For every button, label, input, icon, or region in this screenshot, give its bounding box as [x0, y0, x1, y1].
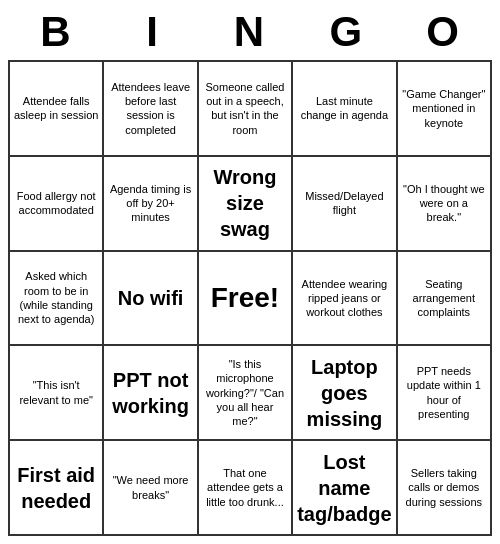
bingo-cell-20: First aid needed [10, 441, 104, 536]
bingo-cell-0: Attendee falls asleep in session [10, 62, 104, 157]
title-b: B [8, 8, 105, 56]
bingo-cell-7: Wrong size swag [199, 157, 293, 252]
bingo-cell-6: Agenda timing is off by 20+ minutes [104, 157, 198, 252]
bingo-cell-24: Sellers taking calls or demos during ses… [398, 441, 492, 536]
title-n: N [202, 8, 299, 56]
bingo-cell-19: PPT needs update within 1 hour of presen… [398, 346, 492, 441]
bingo-cell-1: Attendees leave before last session is c… [104, 62, 198, 157]
bingo-cell-2: Someone called out in a speech, but isn'… [199, 62, 293, 157]
bingo-cell-10: Asked which room to be in (while standin… [10, 252, 104, 347]
bingo-grid: Attendee falls asleep in sessionAttendee… [8, 60, 492, 536]
bingo-cell-18: Laptop goes missing [293, 346, 397, 441]
bingo-cell-21: "We need more breaks" [104, 441, 198, 536]
bingo-cell-12: Free! [199, 252, 293, 347]
bingo-cell-15: "This isn't relevant to me" [10, 346, 104, 441]
bingo-cell-22: That one attendee gets a little too drun… [199, 441, 293, 536]
title-o: O [395, 8, 492, 56]
bingo-cell-4: "Game Changer" mentioned in keynote [398, 62, 492, 157]
bingo-title: B I N G O [8, 8, 492, 56]
bingo-cell-5: Food allergy not accommodated [10, 157, 104, 252]
bingo-cell-16: PPT not working [104, 346, 198, 441]
bingo-cell-11: No wifi [104, 252, 198, 347]
bingo-cell-13: Attendee wearing ripped jeans or workout… [293, 252, 397, 347]
bingo-cell-3: Last minute change in agenda [293, 62, 397, 157]
bingo-cell-8: Missed/Delayed flight [293, 157, 397, 252]
bingo-cell-23: Lost name tag/badge [293, 441, 397, 536]
title-i: I [105, 8, 202, 56]
bingo-cell-17: "Is this microphone working?"/ "Can you … [199, 346, 293, 441]
bingo-cell-14: Seating arrangement complaints [398, 252, 492, 347]
title-g: G [298, 8, 395, 56]
bingo-cell-9: "Oh I thought we were on a break." [398, 157, 492, 252]
